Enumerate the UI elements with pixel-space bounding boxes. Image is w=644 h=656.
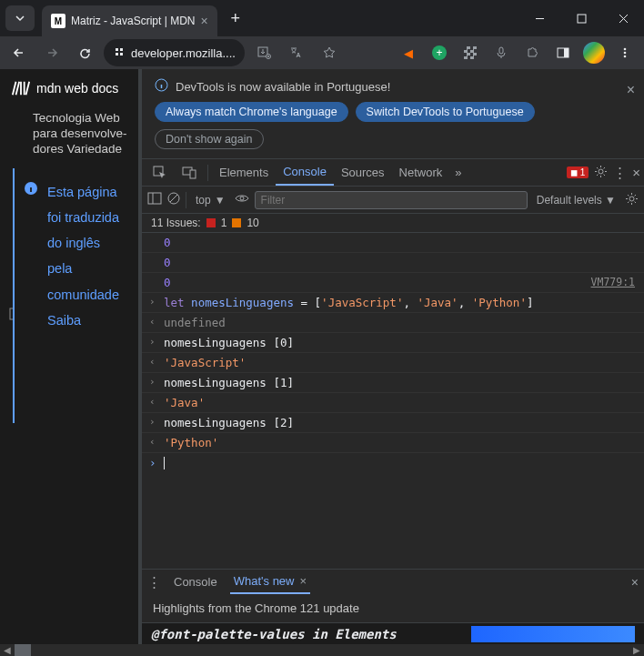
more-tabs-button[interactable]: »	[449, 166, 467, 179]
panel-icon	[556, 45, 570, 60]
svg-rect-0	[578, 15, 586, 23]
translate-button[interactable]	[283, 39, 310, 66]
svg-rect-3	[116, 53, 118, 56]
scroll-right-icon[interactable]: ▶	[629, 645, 644, 655]
context-selector[interactable]: top ▼	[192, 194, 229, 207]
close-banner-button[interactable]: ×	[627, 82, 635, 98]
extension-4[interactable]	[488, 39, 515, 66]
new-tab-button[interactable]: +	[223, 5, 248, 31]
install-app-button[interactable]	[250, 39, 277, 66]
banner-text: DevTools is now available in Portuguese!	[176, 80, 390, 94]
mdn-logo[interactable]: mdn web docs	[0, 69, 138, 107]
thumbnail	[471, 626, 635, 642]
site-settings-icon[interactable]	[113, 45, 126, 61]
chrome-menu-button[interactable]	[611, 39, 639, 66]
translation-notice: Esta página foi traduzida do inglês pela…	[13, 168, 129, 423]
close-devtools-button[interactable]: ×	[632, 165, 640, 180]
scroll-thumb[interactable]	[15, 644, 31, 656]
mdn-logo-text: mdn web docs	[36, 81, 118, 96]
extension-1[interactable]: ◀	[395, 39, 422, 66]
result-row: ‹undefined	[142, 313, 644, 333]
bookmark-button[interactable]	[316, 39, 343, 66]
result-row: ‹'Java'	[142, 393, 644, 413]
reload-icon	[78, 46, 92, 60]
sidebar-icon	[147, 192, 162, 205]
horizontal-scrollbar[interactable]: ◀ ▶	[0, 644, 644, 656]
install-icon	[257, 45, 271, 60]
avatar-icon	[583, 42, 605, 64]
side-panel-button[interactable]	[549, 39, 577, 66]
clear-icon	[167, 192, 180, 205]
close-window-button[interactable]	[602, 0, 644, 36]
tab-console[interactable]: Console	[276, 159, 334, 186]
source-link[interactable]: VM779:1	[591, 276, 635, 288]
issues-label: 11 Issues:	[151, 217, 201, 229]
profile-button[interactable]	[580, 39, 608, 66]
drawer-tab-whatsnew[interactable]: What's new ×	[230, 570, 310, 594]
console-settings-button[interactable]	[625, 192, 639, 208]
notice-text: Esta página foi traduzida do inglês pela…	[47, 179, 124, 334]
maximize-icon	[577, 14, 587, 24]
svg-rect-2	[120, 48, 123, 51]
tab-elements[interactable]: Elements	[212, 159, 276, 186]
svg-point-22	[240, 197, 244, 200]
svg-point-19	[599, 169, 603, 174]
drawer-tab-console[interactable]: Console	[170, 570, 221, 594]
live-expression-button[interactable]	[235, 193, 249, 207]
result-row: ‹'Python'	[142, 433, 644, 453]
console-prompt[interactable]: ›	[142, 453, 644, 472]
close-drawer-button[interactable]: ×	[631, 575, 639, 590]
mic-icon	[496, 46, 507, 59]
drawer-menu-button[interactable]: ⋮	[147, 574, 161, 590]
console-output[interactable]: 0 0 0VM779:1 ›let nomesLinguagens = ['Ja…	[142, 233, 644, 569]
arrow-right-icon	[45, 45, 59, 60]
info-icon	[24, 181, 38, 198]
forward-button[interactable]	[38, 39, 65, 66]
error-icon	[206, 218, 216, 227]
browser-tab[interactable]: M Matriz - JavaScript | MDN ×	[42, 5, 217, 36]
device-toggle-button[interactable]	[175, 159, 204, 186]
extension-3[interactable]	[457, 39, 484, 66]
gear-icon	[625, 192, 639, 206]
result-row: ‹'JavaScript'	[142, 353, 644, 373]
info-icon	[155, 78, 168, 95]
drawer-content: Highlights from the Chrome 121 update	[142, 594, 644, 622]
close-tab-icon[interactable]: ×	[300, 574, 307, 588]
kebab-icon	[619, 46, 631, 59]
tab-search-button[interactable]	[5, 5, 35, 31]
minimize-button[interactable]	[518, 0, 560, 36]
maximize-button[interactable]	[560, 0, 602, 36]
extension-2[interactable]: +	[426, 39, 453, 66]
log-levels-selector[interactable]: Default levels ▼	[533, 194, 619, 207]
switch-language-button[interactable]: Switch DevTools to Portuguese	[356, 102, 535, 122]
error-count-badge[interactable]: ◼ 1	[567, 167, 589, 178]
tab-network[interactable]: Network	[392, 159, 450, 186]
mdn-sidebar: mdn web docs Tec­no­lo­gia Web para de­s…	[0, 69, 138, 644]
settings-button[interactable]	[594, 165, 608, 181]
inspect-element-button[interactable]	[146, 159, 175, 186]
log-row: 0	[142, 233, 644, 253]
sidebar-nav-text[interactable]: Tec­no­lo­gia Web para de­sen­vol­ve­do­…	[0, 107, 138, 161]
reload-button[interactable]	[71, 39, 98, 66]
arrow-left-icon	[12, 45, 26, 60]
svg-rect-18	[190, 170, 196, 178]
input-row: ›nomesLinguagens [0]	[142, 333, 644, 353]
scroll-left-icon[interactable]: ◀	[0, 645, 15, 655]
toggle-sidebar-button[interactable]	[147, 192, 162, 207]
eye-icon	[235, 193, 249, 204]
filter-input[interactable]	[255, 191, 528, 209]
issues-bar[interactable]: 11 Issues: 1 10	[142, 214, 644, 233]
devtools-menu-button[interactable]: ⋮	[613, 165, 627, 181]
dismiss-banner-button[interactable]: Don't show again	[155, 129, 264, 149]
clear-console-button[interactable]	[167, 192, 180, 207]
tab-sources[interactable]: Sources	[334, 159, 392, 186]
close-tab-button[interactable]: ×	[200, 14, 207, 28]
back-button[interactable]	[5, 39, 33, 66]
translate-icon	[289, 45, 304, 60]
match-language-button[interactable]: Always match Chrome's language	[155, 102, 348, 122]
extensions-button[interactable]	[518, 39, 546, 66]
mdn-logo-icon	[11, 78, 31, 98]
svg-rect-7	[499, 47, 503, 54]
address-bar[interactable]: developer.mozilla....	[104, 39, 245, 66]
console-toolbar: top ▼ Default levels ▼	[142, 187, 644, 214]
